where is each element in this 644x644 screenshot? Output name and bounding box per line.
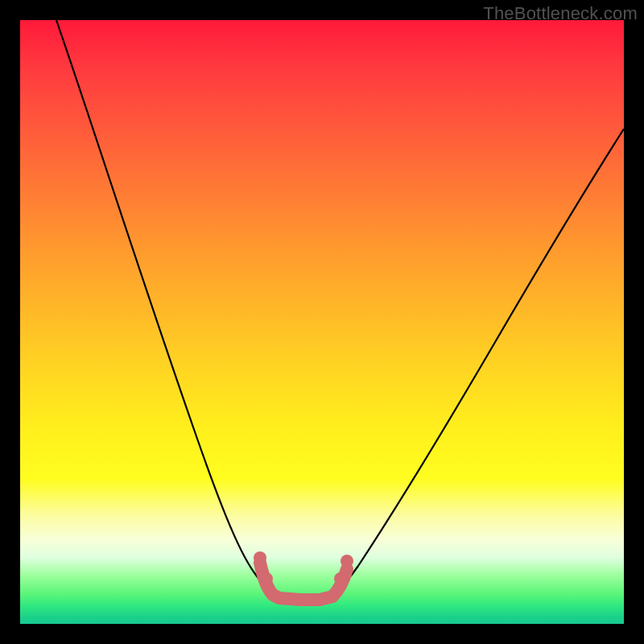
min-blob-dot-3: [334, 572, 347, 585]
bottleneck-curve-svg: [20, 20, 624, 624]
min-blob-dot-1: [254, 551, 266, 564]
chart-area: [20, 20, 624, 624]
min-highlight-blob: [260, 563, 347, 600]
attribution-text: TheBottleneck.com: [483, 3, 638, 24]
min-blob-dot-2: [260, 572, 273, 585]
min-blob-dot-4: [341, 555, 353, 568]
curve-right-branch: [334, 129, 624, 595]
curve-left-branch: [56, 20, 271, 595]
